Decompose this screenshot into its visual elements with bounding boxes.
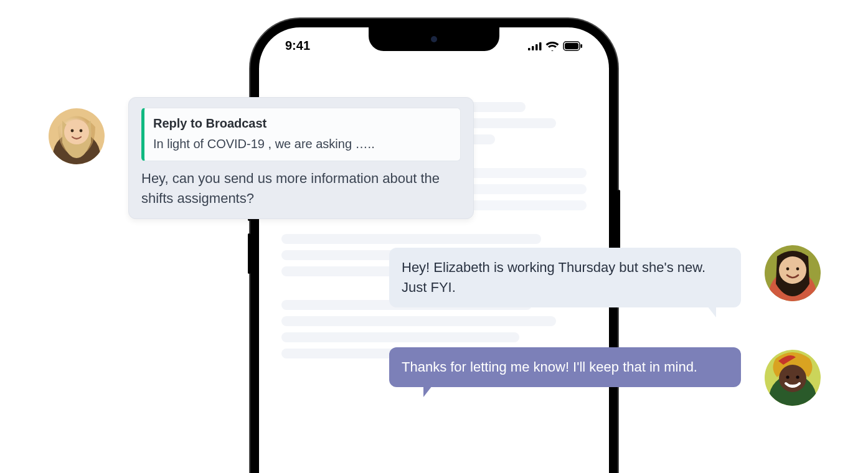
svg-point-15 (779, 256, 806, 284)
svg-point-10 (64, 119, 89, 144)
reply-quote-block: Reply to Broadcast In light of COVID-19 … (141, 108, 461, 161)
svg-rect-2 (535, 44, 538, 50)
chat-bubble-text: Thanks for letting me know! I'll keep th… (402, 359, 697, 375)
status-icons (528, 41, 583, 51)
phone-notch (369, 27, 499, 51)
battery-icon (563, 41, 583, 51)
chat-bubble-text: Hey! Elizabeth is working Thursday but s… (402, 260, 705, 295)
reply-quote-title: Reply to Broadcast (153, 115, 451, 133)
chat-bubble-text: Hey, can you send us more information ab… (141, 169, 461, 208)
svg-point-12 (80, 129, 83, 133)
svg-rect-1 (532, 46, 534, 50)
cellular-icon (528, 42, 542, 50)
status-time: 9:41 (285, 39, 310, 53)
svg-point-20 (779, 365, 806, 392)
svg-rect-0 (528, 48, 531, 50)
svg-rect-6 (581, 44, 583, 48)
phone-side-button (618, 190, 620, 255)
svg-point-17 (796, 268, 800, 271)
svg-point-21 (786, 375, 789, 378)
svg-point-11 (71, 129, 74, 133)
svg-rect-3 (539, 42, 542, 50)
reply-quote-snippet: In light of COVID-19 , we are asking ….. (153, 135, 451, 153)
chat-bubble-info[interactable]: Hey! Elizabeth is working Thursday but s… (389, 248, 741, 307)
wifi-icon (545, 41, 559, 51)
chat-bubble-incoming[interactable]: Reply to Broadcast In light of COVID-19 … (128, 97, 474, 219)
avatar (49, 108, 105, 164)
svg-rect-5 (565, 43, 578, 49)
phone-side-button (248, 233, 250, 274)
chat-bubble-sent[interactable]: Thanks for letting me know! I'll keep th… (389, 347, 741, 387)
svg-point-16 (786, 268, 790, 271)
phone-frame: 9:41 (250, 19, 618, 473)
avatar (765, 350, 821, 406)
svg-point-22 (796, 375, 799, 378)
avatar (765, 245, 821, 301)
